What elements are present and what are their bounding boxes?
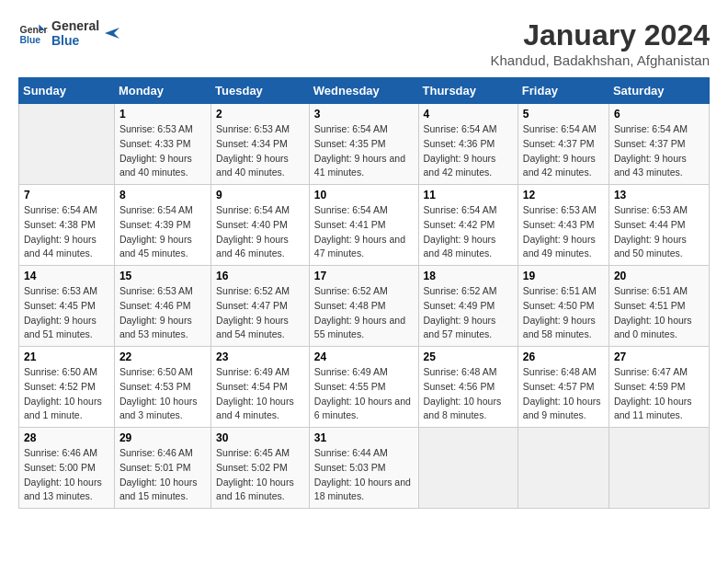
day-cell: 10Sunrise: 6:54 AMSunset: 4:41 PMDayligh… [309,185,418,266]
day-cell [418,428,518,509]
day-detail: Sunrise: 6:48 AMSunset: 4:57 PMDaylight:… [523,365,604,423]
day-detail: Sunrise: 6:54 AMSunset: 4:39 PMDaylight:… [119,203,206,261]
logo-arrow-icon [103,24,121,42]
day-number: 4 [424,108,513,121]
day-cell: 7Sunrise: 6:54 AMSunset: 4:38 PMDaylight… [19,185,115,266]
week-row-1: 1Sunrise: 6:53 AMSunset: 4:33 PMDaylight… [19,104,710,185]
day-header-thursday: Thursday [418,78,518,104]
day-detail: Sunrise: 6:46 AMSunset: 5:01 PMDaylight:… [119,446,206,504]
day-detail: Sunrise: 6:44 AMSunset: 5:03 PMDaylight:… [314,446,414,504]
day-cell: 24Sunrise: 6:49 AMSunset: 4:55 PMDayligh… [309,347,418,428]
day-detail: Sunrise: 6:50 AMSunset: 4:52 PMDaylight:… [24,365,109,423]
day-cell: 2Sunrise: 6:53 AMSunset: 4:34 PMDaylight… [211,104,310,185]
day-number: 5 [523,108,604,121]
day-number: 6 [614,108,704,121]
day-number: 30 [216,431,304,444]
day-detail: Sunrise: 6:51 AMSunset: 4:51 PMDaylight:… [614,284,704,342]
day-number: 16 [216,270,304,282]
svg-marker-3 [105,28,119,39]
day-number: 3 [314,108,414,121]
day-cell: 30Sunrise: 6:45 AMSunset: 5:02 PMDayligh… [211,428,310,509]
day-number: 26 [523,350,604,363]
day-cell [518,428,609,509]
day-cell: 27Sunrise: 6:47 AMSunset: 4:59 PMDayligh… [609,347,709,428]
day-detail: Sunrise: 6:51 AMSunset: 4:50 PMDaylight:… [523,284,604,342]
day-number: 7 [24,189,109,201]
day-detail: Sunrise: 6:53 AMSunset: 4:46 PMDaylight:… [119,284,206,342]
week-row-3: 14Sunrise: 6:53 AMSunset: 4:45 PMDayligh… [19,266,710,347]
day-detail: Sunrise: 6:49 AMSunset: 4:54 PMDaylight:… [216,365,304,423]
day-detail: Sunrise: 6:47 AMSunset: 4:59 PMDaylight:… [614,365,704,423]
day-cell: 11Sunrise: 6:54 AMSunset: 4:42 PMDayligh… [418,185,518,266]
day-number: 17 [314,270,414,282]
day-detail: Sunrise: 6:53 AMSunset: 4:33 PMDaylight:… [119,122,206,180]
day-detail: Sunrise: 6:54 AMSunset: 4:36 PMDaylight:… [424,122,513,180]
day-number: 28 [24,431,109,444]
day-cell: 21Sunrise: 6:50 AMSunset: 4:52 PMDayligh… [19,347,115,428]
day-cell: 15Sunrise: 6:53 AMSunset: 4:46 PMDayligh… [114,266,210,347]
day-cell: 14Sunrise: 6:53 AMSunset: 4:45 PMDayligh… [19,266,115,347]
day-detail: Sunrise: 6:54 AMSunset: 4:37 PMDaylight:… [614,122,704,180]
day-detail: Sunrise: 6:53 AMSunset: 4:44 PMDaylight:… [614,203,704,261]
day-cell: 29Sunrise: 6:46 AMSunset: 5:01 PMDayligh… [114,428,210,509]
day-number: 29 [119,431,206,444]
day-number: 21 [24,350,109,363]
logo-general: General [51,18,99,33]
day-number: 1 [119,108,206,121]
day-header-sunday: Sunday [19,78,115,104]
header-row: SundayMondayTuesdayWednesdayThursdayFrid… [19,78,710,104]
day-cell: 18Sunrise: 6:52 AMSunset: 4:49 PMDayligh… [418,266,518,347]
day-number: 14 [24,270,109,282]
day-detail: Sunrise: 6:52 AMSunset: 4:48 PMDaylight:… [314,284,414,342]
day-detail: Sunrise: 6:52 AMSunset: 4:47 PMDaylight:… [216,284,304,342]
title-block: January 2024 Khandud, Badakhshan, Afghan… [490,18,710,68]
day-cell: 6Sunrise: 6:54 AMSunset: 4:37 PMDaylight… [609,104,709,185]
page-header: General Blue General Blue January 2024 K… [18,18,710,68]
day-cell: 22Sunrise: 6:50 AMSunset: 4:53 PMDayligh… [114,347,210,428]
week-row-4: 21Sunrise: 6:50 AMSunset: 4:52 PMDayligh… [19,347,710,428]
day-number: 31 [314,431,414,444]
day-header-saturday: Saturday [609,78,709,104]
day-cell: 16Sunrise: 6:52 AMSunset: 4:47 PMDayligh… [211,266,310,347]
day-cell: 12Sunrise: 6:53 AMSunset: 4:43 PMDayligh… [518,185,609,266]
day-cell: 28Sunrise: 6:46 AMSunset: 5:00 PMDayligh… [19,428,115,509]
logo-blue: Blue [51,33,99,48]
day-detail: Sunrise: 6:53 AMSunset: 4:43 PMDaylight:… [523,203,604,261]
day-detail: Sunrise: 6:46 AMSunset: 5:00 PMDaylight:… [24,446,109,504]
svg-text:Blue: Blue [20,35,41,45]
day-cell: 13Sunrise: 6:53 AMSunset: 4:44 PMDayligh… [609,185,709,266]
day-header-wednesday: Wednesday [309,78,418,104]
day-number: 22 [119,350,206,363]
day-cell: 17Sunrise: 6:52 AMSunset: 4:48 PMDayligh… [309,266,418,347]
day-number: 8 [119,189,206,201]
day-number: 23 [216,350,304,363]
day-number: 13 [614,189,704,201]
day-detail: Sunrise: 6:54 AMSunset: 4:40 PMDaylight:… [216,203,304,261]
day-cell: 3Sunrise: 6:54 AMSunset: 4:35 PMDaylight… [309,104,418,185]
day-cell: 4Sunrise: 6:54 AMSunset: 4:36 PMDaylight… [418,104,518,185]
main-title: January 2024 [490,18,710,52]
day-header-tuesday: Tuesday [211,78,310,104]
week-row-2: 7Sunrise: 6:54 AMSunset: 4:38 PMDaylight… [19,185,710,266]
subtitle: Khandud, Badakhshan, Afghanistan [490,52,710,68]
day-cell: 23Sunrise: 6:49 AMSunset: 4:54 PMDayligh… [211,347,310,428]
day-detail: Sunrise: 6:54 AMSunset: 4:42 PMDaylight:… [424,203,513,261]
day-number: 25 [424,350,513,363]
logo-icon: General Blue [18,18,48,48]
day-cell: 5Sunrise: 6:54 AMSunset: 4:37 PMDaylight… [518,104,609,185]
day-cell: 25Sunrise: 6:48 AMSunset: 4:56 PMDayligh… [418,347,518,428]
day-number: 27 [614,350,704,363]
day-detail: Sunrise: 6:52 AMSunset: 4:49 PMDaylight:… [424,284,513,342]
day-number: 15 [119,270,206,282]
day-detail: Sunrise: 6:45 AMSunset: 5:02 PMDaylight:… [216,446,304,504]
day-cell: 31Sunrise: 6:44 AMSunset: 5:03 PMDayligh… [309,428,418,509]
day-number: 20 [614,270,704,282]
day-detail: Sunrise: 6:50 AMSunset: 4:53 PMDaylight:… [119,365,206,423]
day-detail: Sunrise: 6:54 AMSunset: 4:35 PMDaylight:… [314,122,414,180]
day-detail: Sunrise: 6:49 AMSunset: 4:55 PMDaylight:… [314,365,414,423]
day-number: 18 [424,270,513,282]
calendar-table: SundayMondayTuesdayWednesdayThursdayFrid… [18,77,710,509]
day-number: 11 [424,189,513,201]
day-number: 19 [523,270,604,282]
week-row-5: 28Sunrise: 6:46 AMSunset: 5:00 PMDayligh… [19,428,710,509]
